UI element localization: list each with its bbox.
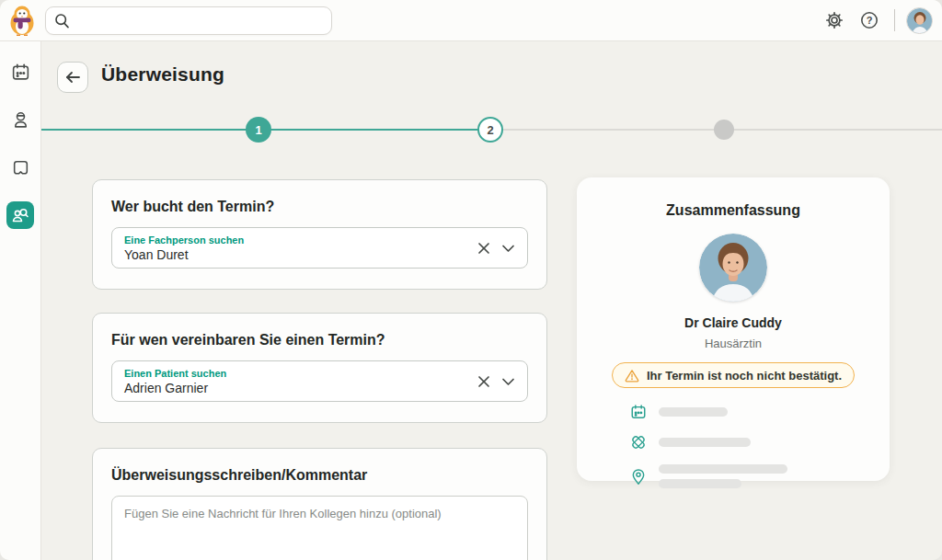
warning-badge-wrap: Ihr Termin ist noch nicht bestätigt.	[577, 362, 890, 388]
user-avatar[interactable]	[906, 7, 933, 34]
bandage-cross-icon	[630, 434, 647, 451]
summary-placeholder-list	[630, 404, 890, 488]
professional-select-label: Eine Fachperson suchen	[124, 234, 477, 246]
summary-date-row	[630, 404, 890, 420]
professional-select-texts: Eine Fachperson suchen Yoan Duret	[124, 234, 477, 262]
placeholder-bars	[659, 464, 787, 488]
patient-select-texts: Einen Patient suchen Adrien Garnier	[124, 368, 477, 395]
patient-select-icons	[477, 375, 515, 388]
referral-search-icon	[11, 206, 29, 224]
clear-x-icon[interactable]	[477, 375, 490, 388]
patient-card: Für wen vereinbaren Sie einen Termin? Ei…	[92, 313, 547, 423]
placeholder-bar	[659, 464, 787, 474]
svg-text:?: ?	[867, 15, 873, 26]
doctor-name: Dr Claire Cuddy	[577, 315, 890, 330]
sidebar-item-patients[interactable]	[6, 106, 34, 133]
referral-comment-textarea[interactable]	[111, 496, 528, 560]
professional-select[interactable]: Eine Fachperson suchen Yoan Duret	[111, 227, 528, 269]
booker-card-title: Wer bucht den Termin?	[111, 199, 528, 215]
warning-triangle-icon	[625, 369, 639, 383]
clear-x-icon[interactable]	[477, 242, 490, 255]
comment-card: Überweisungsschreiben/Kommentar	[92, 448, 547, 560]
sidebar-item-referral[interactable]	[6, 201, 34, 229]
referral-booking-app: ?	[0, 0, 942, 560]
placeholder-bar	[659, 479, 741, 488]
patient-card-title: Für wen vereinbaren Sie einen Termin?	[111, 332, 528, 349]
sidebar-item-calendar[interactable]	[6, 58, 34, 86]
page-title: Überweisung	[101, 63, 224, 86]
back-button[interactable]	[57, 62, 88, 93]
location-pin-icon	[630, 468, 647, 486]
chevron-down-icon[interactable]	[501, 377, 515, 386]
patient-select[interactable]: Einen Patient suchen Adrien Garnier	[111, 360, 528, 402]
arrow-left-icon	[64, 70, 81, 85]
calendar-icon	[11, 63, 30, 82]
stepper-step-3	[714, 120, 734, 140]
penguin-logo[interactable]	[6, 4, 38, 37]
summary-panel: Zusammenfassung Dr Claire Cuddy Hausärzt…	[577, 177, 890, 481]
help-button[interactable]: ?	[856, 6, 883, 34]
search-input[interactable]	[75, 13, 323, 29]
summary-title: Zusammenfassung	[577, 202, 890, 219]
topbar: ?	[0, 0, 942, 41]
help-icon: ?	[860, 11, 879, 29]
gear-icon	[825, 11, 844, 29]
bookmark-icon	[11, 158, 30, 177]
booker-card: Wer bucht den Termin? Eine Fachperson su…	[92, 179, 547, 290]
calendar-icon	[630, 404, 647, 420]
summary-visit-type-row	[630, 434, 890, 451]
summary-location-row	[630, 464, 890, 488]
stepper-step-2[interactable]: 2	[477, 117, 503, 143]
topbar-actions: ?	[821, 6, 942, 34]
appointment-status-badge: Ihr Termin ist noch nicht bestätigt.	[612, 362, 855, 388]
sidebar-item-bookmarks[interactable]	[6, 154, 34, 181]
global-search[interactable]	[45, 6, 332, 35]
placeholder-bar	[659, 407, 728, 417]
doctor-photo	[699, 234, 767, 302]
professional-select-icons	[477, 242, 515, 255]
placeholder-bar	[659, 438, 751, 447]
search-icon	[54, 13, 70, 29]
sidebar	[0, 41, 41, 560]
comment-card-title: Überweisungsschreiben/Kommentar	[111, 467, 528, 484]
stepper-step-1[interactable]: 1	[246, 117, 271, 143]
settings-button[interactable]	[821, 6, 848, 34]
doctor-role: Hausärztin	[577, 337, 890, 350]
topbar-divider	[894, 9, 895, 31]
warning-text: Ihr Termin ist noch nicht bestätigt.	[647, 369, 842, 383]
patient-icon	[11, 110, 30, 130]
chevron-down-icon[interactable]	[501, 244, 515, 253]
patient-select-value: Adrien Garnier	[124, 381, 477, 395]
patient-select-label: Einen Patient suchen	[124, 368, 477, 380]
professional-select-value: Yoan Duret	[124, 247, 477, 262]
